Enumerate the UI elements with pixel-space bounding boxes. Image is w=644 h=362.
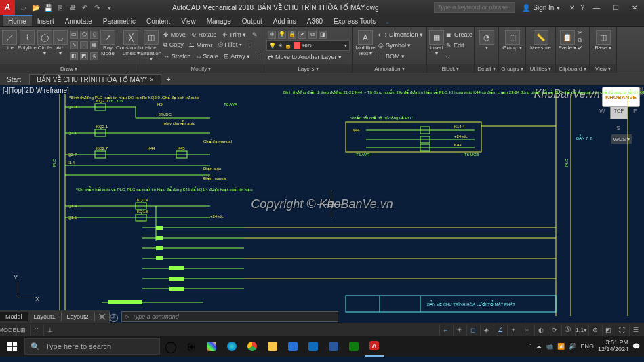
point-icon[interactable]: ∙ (80, 41, 88, 49)
sb-infer-icon[interactable]: ⊥ (43, 325, 56, 336)
panel-view-title[interactable]: View ▾ (590, 64, 616, 73)
layer-match-icon[interactable]: ✔ (298, 31, 306, 39)
sb-trans-icon[interactable]: ◐ (534, 325, 546, 336)
panel-utilities-title[interactable]: Utilities ▾ (526, 64, 555, 73)
taskbar-chrome-icon[interactable] (243, 336, 262, 357)
sb-scale-icon[interactable]: 1:1▾ (575, 325, 587, 336)
hide-situation-button[interactable]: ◫Hide Situation ▾ (140, 28, 161, 62)
sb-3dosnap-icon[interactable]: ◈ (480, 325, 492, 336)
tab-home[interactable]: Home (3, 15, 32, 26)
sb-clean-icon[interactable]: ⛶ (616, 325, 628, 336)
tab-output[interactable]: Output (237, 16, 268, 26)
modify-row-3[interactable]: ↔ Stretch ▱ Scale ⊞ Array ▾ ☰ (162, 51, 263, 61)
tray-onedrive-icon[interactable]: ☁ (536, 343, 542, 350)
tray-meet-icon[interactable]: 📹 (546, 343, 553, 350)
rect-icon[interactable]: ▭ (70, 31, 78, 39)
hatch-icon[interactable]: ▦ (90, 41, 98, 49)
tab-content[interactable]: Content (141, 16, 176, 26)
tab-file-active[interactable]: BẢN VẼ CHU TRÌNH HÒA TỔ MÁY* × (29, 74, 161, 85)
symbol-button[interactable]: ◎ Symbol ▾ (377, 40, 424, 50)
cmd-handle-icon[interactable]: ⋮⋮ (81, 313, 95, 321)
helix-icon[interactable]: § (90, 52, 98, 60)
region-icon[interactable]: ◧ (70, 52, 78, 60)
tray-wifi-icon[interactable]: 📶 (557, 343, 565, 350)
qat-undo-icon[interactable]: ↶ (80, 3, 89, 12)
panel-layers-title[interactable]: Layers ▾ (264, 64, 352, 73)
qat-save-icon[interactable]: 💾 (43, 3, 53, 12)
modify-row-1[interactable]: ✥ Move ↻ Rotate ⁜ Trim ▾ ✎ (162, 29, 263, 39)
wipe-icon[interactable]: ◩ (80, 52, 88, 60)
tab-annotate[interactable]: Annotate (60, 16, 98, 26)
block-attr-button[interactable]: ⌵ (445, 51, 474, 61)
minimize-button[interactable]: — (587, 0, 606, 15)
qat-open-icon[interactable]: 📂 (31, 3, 41, 12)
sb-cycle-icon[interactable]: ⟳ (548, 325, 560, 336)
tab-a360[interactable]: A360 (302, 16, 328, 26)
modify-row-2[interactable]: ⧉ Copy ⇋ Mirror ⦾ Fillet ▾ ☲ (162, 40, 263, 50)
layer-iso-icon[interactable]: ◨ (319, 31, 327, 39)
start-button[interactable] (1, 336, 23, 357)
panel-block-title[interactable]: Block ▾ (427, 64, 474, 73)
qat-more-icon[interactable]: ▾ (104, 3, 114, 12)
close-button[interactable]: ✕ (625, 0, 644, 15)
tab-manage[interactable]: Manage (201, 16, 237, 26)
sb-osnap-icon[interactable]: ◻ (466, 325, 479, 336)
sb-anno-icon[interactable]: Ⓐ (561, 325, 573, 336)
tray-volume-icon[interactable]: 🔊 (569, 343, 576, 350)
move-to-layer-button[interactable]: ⇄ Move to Another Layer ▾ (266, 52, 350, 62)
paste-button[interactable]: 📋Paste ▾ (558, 28, 577, 51)
tab-parametric[interactable]: Parametric (98, 16, 141, 26)
panel-detail-title[interactable]: Detail ▾ (475, 64, 498, 73)
tab-close-icon[interactable]: × (150, 76, 154, 83)
help-search-input[interactable] (434, 2, 515, 13)
exchange-icon[interactable]: ✕ (569, 4, 575, 12)
help-icon[interactable]: ? (580, 4, 584, 12)
sb-otrack-icon[interactable]: ∠ (494, 325, 506, 336)
ribbon-focus-icon[interactable]: ◦ (381, 19, 393, 26)
line-button[interactable]: ／Line (2, 28, 17, 51)
qat-redo-icon[interactable]: ↷ (92, 3, 102, 12)
tab-start[interactable]: Start (0, 75, 28, 85)
sb-lw-icon[interactable]: ≡ (521, 325, 533, 336)
match-icon[interactable]: ✔ (578, 45, 583, 52)
copy-icon[interactable]: ⧉ (578, 37, 583, 44)
maximize-button[interactable]: ☐ (606, 0, 625, 15)
drawing-canvas[interactable]: [-][Top][2D Wireframe] —☐ NSWE TOP WCS ▾… (0, 85, 644, 323)
dimension-button[interactable]: ⟷ Dimension ▾ (377, 29, 424, 39)
panel-draw-title[interactable]: Draw ▾ (0, 64, 138, 73)
tab-express[interactable]: Express Tools (328, 16, 381, 26)
bom-button[interactable]: ☰ BOM ▾ (377, 51, 424, 61)
sb-model-button[interactable]: MODEL (3, 325, 15, 336)
tab-view[interactable]: View (176, 16, 201, 26)
sb-gear-icon[interactable]: ⚙ (588, 325, 601, 336)
sb-custom-icon[interactable]: ☰ (629, 325, 641, 336)
tab-new-icon[interactable]: + (163, 75, 175, 85)
ellipse-icon[interactable]: ⬯ (90, 31, 98, 39)
layer-prop-icon[interactable]: ⧉ (308, 31, 317, 39)
layer-off-icon[interactable]: 💡 (278, 31, 286, 39)
sb-dyn-icon[interactable]: + (507, 325, 519, 336)
taskbar-clock[interactable]: 3:51 PM12/14/2024 (598, 340, 628, 353)
cut-icon[interactable]: ✂ (578, 29, 583, 36)
layout-tab-model[interactable]: Model (0, 312, 28, 321)
qat-plot-icon[interactable]: 🖶 (68, 3, 77, 12)
cmd-close-icon[interactable]: ✕ (98, 310, 106, 323)
sb-grid-icon[interactable]: ⊞ (16, 325, 28, 336)
measure-button[interactable]: 📏Measure (528, 28, 553, 51)
taskview-icon[interactable]: ⊞ (182, 336, 201, 357)
sb-snap-icon[interactable]: ∷ (30, 325, 42, 336)
block-edit-button[interactable]: ✎ Edit (445, 40, 474, 50)
insert-block-button[interactable]: ▦Insert ▾ (429, 28, 444, 56)
sign-in-button[interactable]: 👤 Sign In ▾ (522, 4, 560, 12)
taskbar-search-input[interactable]: 🔍 Type here to search (24, 338, 160, 355)
panel-modify-title[interactable]: Modify ▾ (138, 64, 264, 73)
taskbar-mail-icon[interactable] (304, 336, 323, 357)
sb-iso-icon[interactable]: ◩ (602, 325, 614, 336)
taskbar-word-icon[interactable] (324, 336, 343, 357)
ray-mode-button[interactable]: ↗Ray Mode (100, 28, 115, 56)
qat-new-icon[interactable]: ▱ (19, 3, 28, 12)
poly-icon[interactable]: ⬠ (80, 31, 88, 39)
tab-addins[interactable]: Add-ins (268, 16, 302, 26)
taskbar-acad-icon[interactable]: A (365, 336, 384, 357)
layer-combo[interactable]: 💡☀🔓HID▾ (266, 40, 350, 51)
